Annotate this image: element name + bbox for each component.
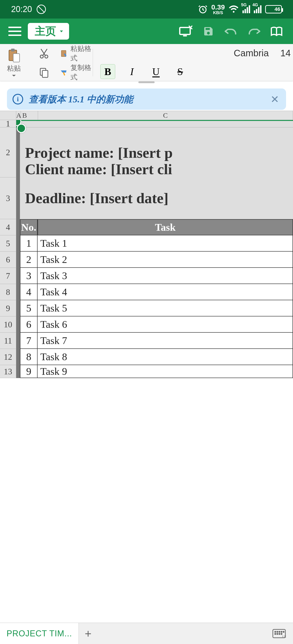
strikethrough-button[interactable]: S: [173, 64, 187, 79]
paste-label[interactable]: 粘贴: [7, 64, 21, 73]
menu-button[interactable]: [8, 27, 21, 36]
cell-b3[interactable]: Deadline: [Insert date]: [16, 178, 293, 219]
reading-mode-button[interactable]: [268, 23, 285, 40]
row-header[interactable]: 2: [0, 128, 16, 178]
underline-button[interactable]: U: [149, 64, 163, 79]
header-task: Task: [38, 219, 293, 235]
battery-icon: 46: [265, 5, 282, 14]
sheet-tab-bar: PROJECT TIM... + 123: [0, 623, 293, 644]
svg-point-17: [277, 633, 278, 634]
svg-text:123: 123: [282, 635, 286, 638]
copy-format-button[interactable]: 复制格式: [60, 63, 93, 82]
spreadsheet[interactable]: A B C 1 2 3 4 5 6 7 8 9 10 11 12 13: [0, 111, 293, 378]
undo-button[interactable]: [223, 23, 239, 40]
cut-button[interactable]: [28, 44, 60, 63]
table-row[interactable]: 5Task 5: [16, 300, 293, 316]
svg-point-16: [275, 633, 276, 634]
whats-new-banner[interactable]: i 查看版本 15.1 中的新功能 ✕: [7, 88, 286, 110]
svg-rect-4: [13, 54, 20, 62]
save-button[interactable]: [200, 23, 216, 40]
table-row[interactable]: 7Task 7: [16, 333, 293, 349]
row-header[interactable]: 8: [0, 284, 16, 300]
network-speed: 0.39 KB/S: [211, 4, 225, 15]
svg-rect-9: [43, 70, 48, 77]
table-row[interactable]: 9Task 9: [16, 365, 293, 378]
row-header[interactable]: 11: [0, 333, 16, 349]
row-headers[interactable]: 1 2 3 4 5 6 7 8 9 10 11 12 13: [0, 120, 16, 378]
row-header[interactable]: 6: [0, 252, 16, 268]
switch-device-button[interactable]: [178, 23, 194, 40]
alarm-icon: [198, 4, 208, 14]
svg-point-14: [281, 631, 282, 632]
keyboard-button[interactable]: 123: [272, 628, 286, 639]
wifi-icon: [228, 4, 239, 14]
row-header[interactable]: 1: [0, 120, 16, 128]
table-row[interactable]: 8Task 8: [16, 349, 293, 365]
column-header-c[interactable]: C: [38, 111, 293, 120]
row-header[interactable]: 9: [0, 300, 16, 316]
ribbon-drag-handle[interactable]: [138, 81, 155, 83]
svg-point-6: [45, 55, 48, 58]
app-titlebar: 主页: [0, 18, 293, 44]
row-header[interactable]: 5: [0, 235, 16, 252]
status-bar: 20:20 0.39 KB/S 5G 4G 46: [0, 0, 293, 18]
italic-button[interactable]: I: [124, 64, 139, 79]
bold-button[interactable]: B: [100, 64, 115, 79]
font-size-selector[interactable]: 14: [280, 48, 291, 58]
table-row[interactable]: 4Task 4: [16, 284, 293, 300]
svg-point-5: [40, 55, 43, 58]
svg-point-19: [281, 633, 282, 634]
banner-text: 查看版本 15.1 中的新功能: [29, 93, 265, 106]
row-header[interactable]: 7: [0, 268, 16, 284]
svg-point-15: [283, 631, 284, 632]
svg-rect-1: [180, 28, 190, 34]
table-row[interactable]: 1Task 1: [16, 235, 293, 252]
copy-button[interactable]: [28, 63, 60, 82]
sheet-tab[interactable]: PROJECT TIM...: [0, 623, 79, 644]
column-header-b[interactable]: B: [21, 111, 38, 120]
header-no: No.: [20, 219, 38, 235]
signal-4g-icon: 4G: [254, 5, 261, 13]
cell-a1[interactable]: [16, 120, 293, 128]
close-banner-button[interactable]: ✕: [270, 93, 279, 105]
signal-5g-icon: 5G: [242, 5, 250, 13]
column-headers[interactable]: A B C: [0, 111, 293, 120]
dropdown-arrow-icon: [58, 28, 65, 34]
table-header-row[interactable]: No. Task: [16, 219, 293, 235]
row-header[interactable]: 10: [0, 316, 16, 333]
no-sim-icon: [37, 5, 46, 14]
dropdown-arrow-icon[interactable]: [12, 74, 16, 77]
svg-point-13: [279, 631, 280, 632]
redo-button[interactable]: [246, 23, 262, 40]
status-time: 20:20: [11, 4, 32, 14]
column-header-a[interactable]: A: [16, 111, 21, 120]
row-header[interactable]: 13: [0, 365, 16, 378]
home-tab-dropdown[interactable]: 主页: [28, 23, 69, 40]
row-header[interactable]: 12: [0, 349, 16, 365]
row-header[interactable]: 3: [0, 178, 16, 219]
select-all-corner[interactable]: [0, 111, 16, 120]
row-header[interactable]: 4: [0, 219, 16, 235]
clipboard-icon: [8, 48, 21, 63]
table-row[interactable]: 3Task 3: [16, 268, 293, 284]
ribbon-toolbar: 粘贴 粘贴格式 复制格式 Cambria 14 B I U S: [0, 44, 293, 81]
home-tab-label: 主页: [35, 24, 56, 38]
svg-point-18: [279, 633, 280, 634]
info-icon: i: [13, 94, 23, 104]
font-name-selector[interactable]: Cambria: [234, 48, 269, 58]
paste-format-button[interactable]: 粘贴格式: [60, 44, 93, 63]
add-sheet-button[interactable]: +: [79, 627, 97, 640]
svg-point-12: [277, 631, 278, 632]
table-row[interactable]: 2Task 2: [16, 252, 293, 268]
cell-b2[interactable]: Project name: [Insert p Client name: [In…: [16, 128, 293, 178]
table-row[interactable]: 6Task 6: [16, 316, 293, 333]
svg-rect-3: [11, 49, 15, 52]
svg-point-11: [275, 631, 276, 632]
selection-handle[interactable]: [17, 124, 26, 133]
